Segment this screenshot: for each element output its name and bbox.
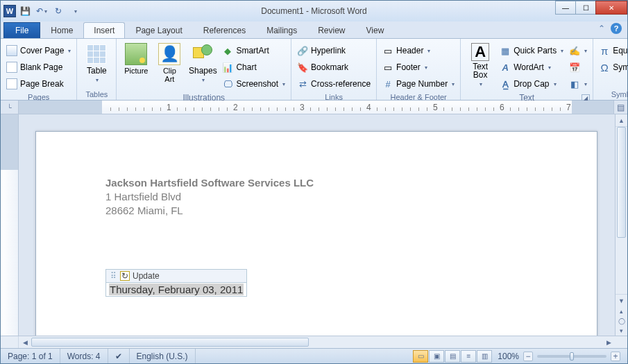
qat-customize-icon[interactable]: ▾ [67,3,83,19]
word-app-icon[interactable]: W [3,5,16,17]
picture-button[interactable]: Picture [121,40,151,92]
smartart-button[interactable]: ◆SmartArt [221,43,287,58]
help-icon[interactable]: ? [611,23,622,34]
quickparts-icon: ▦ [500,45,511,56]
view-buttons: ▭ ▣ ▤ ≡ ▥ [413,350,492,363]
signature-line-button[interactable]: ✍▾ [568,43,588,58]
hyperlink-button[interactable]: 🔗Hyperlink [296,43,372,58]
tab-references[interactable]: References [193,22,256,38]
cross-reference-button[interactable]: ⇄Cross-reference [296,76,372,92]
screenshot-button[interactable]: 🖵Screenshot▾ [221,76,287,92]
clip-art-button[interactable]: 👤Clip Art [154,40,185,92]
header-button[interactable]: ▭Header▾ [381,43,456,58]
document-area: Jackson Hartsfield Software Services LLC… [1,114,627,336]
maximize-button[interactable]: ☐ [575,1,596,15]
zoom-slider[interactable] [537,355,606,358]
bookmark-button[interactable]: 🔖Bookmark [296,60,372,75]
undo-icon[interactable]: ↶▾ [34,3,49,19]
chart-button[interactable]: 📊Chart [221,60,287,75]
scroll-down-icon[interactable]: ▼ [616,294,627,306]
group-symbols: πEquation▾ ΩSymbol▾ Symbols [593,39,628,100]
footer-icon: ▭ [382,62,393,73]
wordart-button[interactable]: AWordArt▾ [498,60,565,75]
scroll-track[interactable] [616,127,627,294]
date-field[interactable]: ⠿ ↻ Update Thursday, February 03, 2011 [105,269,247,297]
field-update-bar[interactable]: ⠿ ↻ Update [105,269,247,282]
blank-page-label: Blank Page [20,62,62,72]
clipart-icon: 👤 [158,43,180,65]
symbol-button[interactable]: ΩSymbol▾ [597,60,628,75]
status-proofing[interactable]: ✔ [108,349,130,363]
titlebar: W 💾 ↶▾ ↻ ▾ Document1 - Microsoft Word — … [1,1,627,21]
browse-next-icon[interactable]: ▾ [616,326,627,336]
tab-page-layout[interactable]: Page Layout [125,22,192,38]
horizontal-ruler[interactable]: 1234567 [19,101,613,114]
field-value-box[interactable]: Thursday, February 03, 2011 [105,282,247,297]
vertical-ruler[interactable] [1,114,19,336]
textbox-button[interactable]: AText Box▾ [465,40,495,92]
hyperlink-icon: 🔗 [297,45,308,56]
minimize-button[interactable]: — [555,1,576,15]
browse-prev-icon[interactable]: ▴ [616,306,627,316]
shapes-button[interactable]: Shapes▾ [187,40,218,92]
page-break-button[interactable]: Page Break [5,76,72,92]
ruler-row: └ 1234567 ▤ [1,101,627,114]
close-button[interactable]: ✕ [595,1,627,15]
vertical-scrollbar[interactable]: ▲ ▼ ▴ ◯ ▾ [615,114,627,336]
field-handle-icon[interactable]: ⠿ [110,271,117,281]
scroll-left-icon[interactable]: ◀ [19,336,31,348]
update-field-icon[interactable]: ↻ [120,271,130,281]
view-full-screen-icon[interactable]: ▣ [429,350,444,363]
view-outline-icon[interactable]: ≡ [461,350,476,363]
scroll-thumb[interactable] [617,127,626,238]
hscroll-track[interactable] [31,336,602,348]
tab-home[interactable]: Home [40,22,83,38]
table-button[interactable]: Table▾ [81,40,112,89]
page-number-button[interactable]: #Page Number▾ [381,76,456,92]
footer-button[interactable]: ▭Footer▾ [381,60,456,75]
scroll-up-icon[interactable]: ▲ [616,114,627,127]
document-content[interactable]: Jackson Hartsfield Software Services LLC… [36,132,597,297]
cover-page-button[interactable]: Cover Page▾ [5,43,72,58]
minimize-ribbon-icon[interactable]: ⌃ [598,24,605,33]
scroll-right-icon[interactable]: ▶ [602,336,615,348]
tab-mailings[interactable]: Mailings [256,22,307,38]
ruler-mark: 2 [233,103,238,112]
browse-object-icon[interactable]: ◯ [616,316,627,326]
tab-view[interactable]: View [356,22,395,38]
object-button[interactable]: ◧▾ [568,76,588,92]
tab-insert[interactable]: Insert [83,22,125,38]
equation-button[interactable]: πEquation▾ [597,43,628,58]
quick-access-toolbar: W 💾 ↶▾ ↻ ▾ [3,3,83,19]
tab-review[interactable]: Review [307,22,355,38]
status-language[interactable]: English (U.S.) [130,349,196,363]
save-icon[interactable]: 💾 [17,3,33,19]
table-icon [87,44,106,64]
redo-icon[interactable]: ↻ [51,3,66,19]
page-viewport[interactable]: Jackson Hartsfield Software Services LLC… [19,114,615,336]
zoom-thumb[interactable] [570,352,574,361]
blank-page-button[interactable]: Blank Page [5,60,72,75]
file-tab[interactable]: File [3,22,40,38]
zoom-in-icon[interactable]: + [611,352,620,361]
hscroll-thumb[interactable] [31,338,309,347]
view-web-layout-icon[interactable]: ▤ [445,350,460,363]
ruler-mark: 1 [167,103,171,112]
zoom-controls: 100% − + [498,352,620,361]
zoom-out-icon[interactable]: − [523,352,533,361]
view-print-layout-icon[interactable]: ▭ [413,350,428,363]
ruler-toggle-icon[interactable]: ▤ [613,101,627,114]
view-draft-icon[interactable]: ▥ [477,350,492,363]
page: Jackson Hartsfield Software Services LLC… [35,131,597,336]
quickparts-button[interactable]: ▦Quick Parts▾ [498,43,565,58]
doc-line-address1: 1 Hartsfield Blvd [105,190,597,204]
date-time-button[interactable]: 📅 [568,60,588,75]
dropcap-button[interactable]: A̲Drop Cap▾ [498,76,565,92]
status-page[interactable]: Page: 1 of 1 [1,349,60,363]
status-words[interactable]: Words: 4 [60,349,108,363]
screenshot-label: Screenshot [236,79,278,89]
picture-icon [125,43,147,65]
zoom-level[interactable]: 100% [498,352,519,361]
ruler-mark: 3 [300,103,305,112]
horizontal-scrollbar[interactable]: ◀ ▶ [1,336,627,348]
